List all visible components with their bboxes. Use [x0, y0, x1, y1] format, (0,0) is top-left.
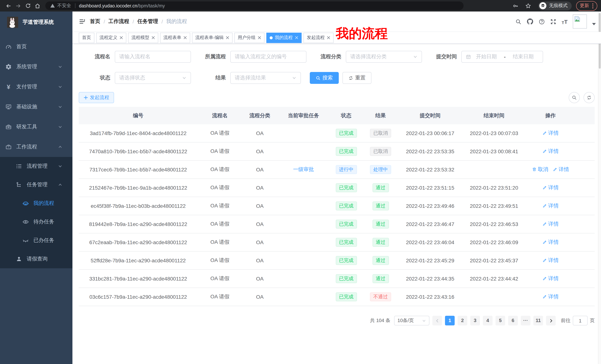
tab-流程定义[interactable]: 流程定义 — [96, 32, 126, 43]
goto-page-input[interactable]: 1 — [573, 316, 588, 326]
breadcrumb-item[interactable]: 任务管理 — [137, 18, 158, 25]
help-icon[interactable] — [539, 18, 545, 25]
close-icon[interactable] — [151, 36, 155, 39]
create-process-button[interactable]: 发起流程 — [79, 92, 114, 103]
detail-link[interactable]: 详情 — [542, 130, 559, 136]
cell-status: 进行中 — [330, 165, 363, 174]
password-key-icon[interactable] — [511, 1, 521, 10]
collapse-sidebar-icon[interactable] — [72, 18, 90, 25]
sidebar-item[interactable]: 流程管理 — [0, 157, 72, 175]
cell-category: OA — [242, 239, 278, 245]
cancel-link[interactable]: 取消 — [532, 166, 548, 173]
bookmark-star-icon[interactable] — [523, 1, 533, 10]
name-input[interactable]: 请输入流程名 — [115, 51, 191, 63]
cell-actions: 详情 — [526, 294, 575, 300]
search-icon[interactable] — [515, 18, 521, 25]
search-button[interactable]: 搜索 — [310, 72, 339, 84]
pagination-page[interactable]: 3 — [470, 316, 480, 326]
sidebar-item[interactable]: 我的流程 — [0, 194, 72, 213]
cell-process-name: OA 请假 — [198, 148, 242, 155]
sidebar-item[interactable]: 工作流程 — [0, 137, 72, 157]
home-button[interactable] — [33, 1, 42, 10]
sidebar-item[interactable]: 任务管理 — [0, 175, 72, 194]
chevron-down-icon — [57, 105, 63, 109]
pagination-page[interactable]: 6 — [508, 316, 518, 326]
close-icon[interactable] — [258, 36, 261, 39]
chevron-down-icon[interactable] — [592, 23, 596, 26]
sidebar-item[interactable]: 系统管理 — [0, 57, 72, 77]
fullscreen-icon[interactable] — [550, 18, 556, 25]
close-icon[interactable] — [226, 36, 229, 39]
prev-page-button[interactable] — [432, 316, 442, 326]
close-icon[interactable] — [120, 36, 123, 39]
tab-发起流程[interactable]: 发起流程 — [303, 32, 334, 43]
next-page-button[interactable] — [546, 316, 556, 326]
tab-流程表单-编辑[interactable]: 流程表单-编辑 — [192, 32, 232, 43]
tab-流程模型[interactable]: 流程模型 — [128, 32, 158, 43]
detail-link[interactable]: 详情 — [542, 275, 559, 282]
avatar[interactable] — [573, 14, 587, 29]
detail-link[interactable]: 详情 — [542, 294, 559, 300]
detail-link[interactable]: 详情 — [553, 166, 569, 173]
pagination-page[interactable]: 2 — [458, 316, 467, 326]
column-header: 当前审批任务 — [278, 112, 330, 119]
cell-end-time: 2022-01-22 23:46:09 — [462, 239, 526, 245]
result-tag: 通过 — [372, 238, 389, 247]
cell-end-time: 2022-01-22 23:45:37 — [462, 258, 526, 263]
kebab-menu-icon[interactable] — [592, 3, 594, 8]
breadcrumb-item[interactable]: 工作流程 — [109, 18, 129, 25]
close-icon[interactable] — [295, 36, 298, 39]
address-bar[interactable]: 不安全 dashboard.yudao.iocoder.cn/bpm/task/… — [45, 1, 464, 10]
sidebar-item[interactable]: 待办任务 — [0, 213, 72, 231]
pagination-page[interactable]: 5 — [496, 316, 505, 326]
github-icon[interactable] — [527, 18, 533, 25]
detail-link[interactable]: 详情 — [542, 239, 559, 246]
status-select[interactable]: 请选择状态 — [115, 72, 191, 84]
sidebar-item[interactable]: 基础设施 — [0, 97, 72, 117]
detail-link[interactable]: 详情 — [542, 148, 559, 155]
sidebar-item[interactable]: ¥支付管理 — [0, 77, 72, 97]
close-icon[interactable] — [327, 36, 330, 39]
tab-首页[interactable]: 首页 — [79, 32, 94, 43]
tab-流程表单[interactable]: 流程表单 — [160, 32, 190, 43]
user-icon — [16, 256, 22, 262]
scrollbar[interactable] — [598, 11, 601, 364]
breadcrumb-item[interactable]: 首页 — [90, 18, 100, 25]
pagination-page[interactable]: 1 — [445, 316, 455, 326]
sidebar-item[interactable]: 首页 — [0, 37, 72, 57]
browser-update-button[interactable]: 更新 — [576, 1, 597, 10]
result-select[interactable]: 请选择流结果 — [230, 72, 301, 84]
end-date-placeholder: 结束日期 — [508, 53, 539, 60]
tab-label: 流程定义 — [100, 35, 117, 41]
back-button[interactable] — [4, 1, 13, 10]
tab-我的流程[interactable]: 我的流程 — [266, 32, 302, 43]
font-size-icon[interactable]: TT — [562, 18, 568, 25]
detail-link[interactable]: 详情 — [542, 221, 559, 228]
cell-process-name: OA 请假 — [198, 275, 242, 282]
task-link[interactable]: 一级审批 — [293, 166, 314, 172]
cell-submit-time: 2022-01-22 23:49:46 — [398, 203, 462, 209]
detail-link[interactable]: 详情 — [542, 257, 559, 264]
cell-id: ec45f38f-7b9a-11ec-b03b-acde48001122 — [79, 203, 198, 209]
close-icon[interactable] — [183, 36, 187, 39]
cell-category: OA — [242, 294, 278, 300]
show-search-button[interactable] — [569, 92, 580, 103]
pagination-page[interactable]: 4 — [483, 316, 492, 326]
refresh-table-button[interactable] — [583, 92, 595, 103]
sidebar-item[interactable]: 请假查询 — [0, 250, 72, 268]
pagination-page[interactable]: 11 — [533, 316, 543, 326]
sidebar-item[interactable]: 已办任务 — [0, 231, 72, 250]
reset-button[interactable]: 重置 — [342, 72, 371, 84]
process-input[interactable]: 请输入流程定义的编号 — [230, 51, 306, 63]
sidebar-item-label: 流程管理 — [27, 163, 57, 170]
category-select[interactable]: 请选择流程分类 — [346, 51, 422, 63]
forward-button[interactable] — [13, 1, 23, 10]
detail-link[interactable]: 详情 — [542, 184, 559, 191]
tab-用户分组[interactable]: 用户分组 — [234, 32, 264, 43]
detail-link[interactable]: 详情 — [542, 203, 559, 209]
reload-button[interactable] — [23, 1, 33, 10]
date-range-input[interactable]: 开始日期 - 结束日期 — [461, 51, 543, 63]
page-size-select[interactable]: 10条/页 — [394, 316, 429, 326]
pagination-ellipsis[interactable]: ··· — [521, 316, 531, 326]
sidebar-item[interactable]: 研发工具 — [0, 117, 72, 137]
